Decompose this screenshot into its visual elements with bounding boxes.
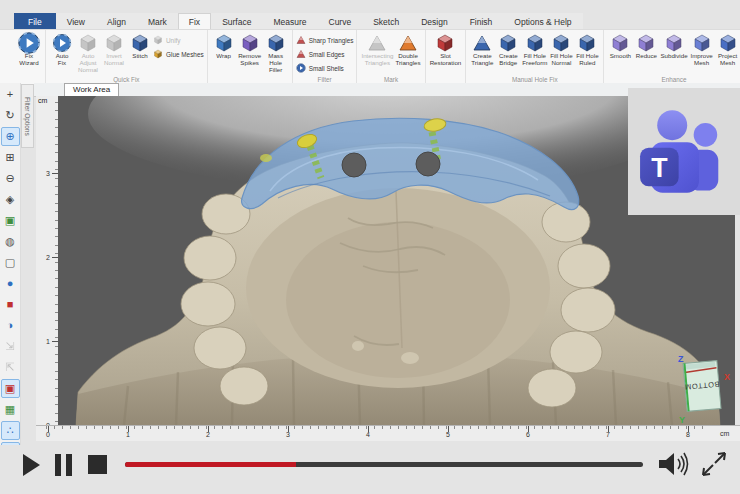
display-mode-tool[interactable]: ▣ bbox=[1, 211, 20, 230]
ribbon-button-remove-spikes[interactable]: RemoveSpikes bbox=[237, 32, 263, 67]
menu-tab-align[interactable]: Align bbox=[96, 13, 137, 29]
ribbon-button-mass-hole-filler[interactable]: Mass HoleFiller bbox=[263, 32, 289, 74]
progress-track[interactable] bbox=[125, 462, 643, 467]
menu-tab-sketch[interactable]: Sketch bbox=[362, 13, 410, 29]
mass-hole-filler-icon bbox=[266, 33, 286, 53]
section-view-tool[interactable]: ◑ bbox=[1, 316, 20, 335]
collapse-tool: ⇱ bbox=[1, 358, 20, 377]
small-shells-icon bbox=[296, 63, 306, 74]
glue-meshes-icon bbox=[153, 49, 163, 60]
wrap-icon bbox=[214, 33, 234, 53]
pan-tool[interactable]: + bbox=[1, 85, 20, 104]
auto-fix-icon bbox=[52, 33, 72, 53]
menu-tab-measure[interactable]: Measure bbox=[262, 13, 317, 29]
ribbon-button-fill-hole-freeform[interactable]: Fill HoleFreeform bbox=[521, 32, 548, 67]
fill-hole-freeform-icon bbox=[525, 33, 545, 53]
work-area-tab[interactable]: Work Area bbox=[64, 83, 119, 96]
center-view-tool[interactable]: ◈ bbox=[1, 190, 20, 209]
orbit-sphere-tool[interactable]: ◍ bbox=[1, 232, 20, 251]
view-cube-tool[interactable]: ▢ bbox=[1, 253, 20, 272]
guide-hole-left bbox=[342, 153, 366, 177]
horizontal-ruler-tickmark bbox=[368, 426, 369, 432]
horizontal-ruler-tickmark bbox=[128, 426, 129, 432]
menu-tab-fix[interactable]: Fix bbox=[178, 13, 211, 29]
guide-hole-right bbox=[416, 152, 440, 176]
ribbon-group-manual-hole-fix: CreateTriangleCreateBridgeFill HoleFreef… bbox=[466, 30, 604, 84]
stop-button[interactable] bbox=[87, 453, 109, 477]
zoom-tool[interactable]: ⊕ bbox=[1, 127, 20, 146]
point-edit-tool[interactable]: ▣ bbox=[1, 379, 20, 398]
view-toolbar: +↻⊕⊞⊖◈▣◍▢●■◑⇲⇱▣▦∴∟▸ bbox=[0, 83, 21, 455]
ribbon-button-subdivide[interactable]: Subdivide bbox=[659, 32, 688, 60]
menu-tab-file[interactable]: File bbox=[14, 13, 56, 29]
ribbon-button-slot-restoration[interactable]: SlotRestoration bbox=[429, 32, 463, 67]
shaded-view-tool[interactable]: ● bbox=[1, 274, 20, 293]
ribbon-button-smooth[interactable]: Smooth bbox=[607, 32, 633, 60]
ribbon-button-fix-wizard[interactable]: FixWizard bbox=[16, 32, 42, 67]
ribbon-button-reduce[interactable]: Reduce bbox=[633, 32, 659, 60]
ribbon-button-intersecting-triangles[interactable]: IntersectingTriangles bbox=[360, 32, 394, 67]
fill-hole-ruled-icon bbox=[577, 33, 597, 53]
mesh-paint-tool[interactable]: ▦ bbox=[1, 400, 20, 419]
ribbon-button-auto-adjust-normal[interactable]: Auto AdjustNormal bbox=[75, 32, 101, 74]
ribbon-button-invert-normal[interactable]: InvertNormal bbox=[101, 32, 127, 67]
intersecting-triangles-icon bbox=[367, 33, 387, 53]
menu-tab-options-help[interactable]: Options & Help bbox=[503, 13, 582, 29]
slot-restoration-icon bbox=[435, 33, 455, 53]
horizontal-ruler-tick: 4 bbox=[366, 431, 370, 438]
ribbon-button-glue-meshes[interactable]: Glue Meshes bbox=[153, 49, 204, 60]
vertical-ruler: cm 3210 bbox=[36, 96, 59, 425]
filter-options-tab[interactable]: Filter Options bbox=[21, 84, 34, 148]
ribbon-group-g2: WrapRemoveSpikesMass HoleFiller bbox=[208, 30, 293, 84]
horizontal-ruler-tickmark bbox=[528, 426, 529, 432]
horizontal-ruler-tick: 2 bbox=[206, 431, 210, 438]
ribbon-button-fill-hole-normal[interactable]: Fill HoleNormal bbox=[548, 32, 574, 67]
horizontal-ruler-tickmark bbox=[48, 426, 49, 432]
ribbon-button-small-edges[interactable]: Small Edges bbox=[296, 49, 354, 60]
reduce-icon bbox=[636, 33, 656, 53]
progress-fill bbox=[125, 462, 296, 467]
menu-tab-design[interactable]: Design bbox=[410, 13, 458, 29]
create-triangle-icon bbox=[472, 33, 492, 53]
menu-tab-surface[interactable]: Surface bbox=[211, 13, 262, 29]
ribbon-button-create-triangle[interactable]: CreateTriangle bbox=[469, 32, 495, 67]
horizontal-ruler-tickmark bbox=[688, 426, 689, 432]
horizontal-ruler-tick: 0 bbox=[46, 431, 50, 438]
ribbon-group-g5: SlotRestoration bbox=[426, 30, 467, 84]
fill-hole-normal-icon bbox=[551, 33, 571, 53]
horizontal-ruler-unit: cm bbox=[720, 430, 729, 437]
teams-logo-icon: T bbox=[639, 106, 729, 198]
node-edit-tool[interactable]: ∴ bbox=[1, 421, 20, 440]
horizontal-ruler: cm 012345678 bbox=[36, 425, 740, 441]
pause-button[interactable] bbox=[55, 453, 73, 477]
ribbon-button-sharp-triangles[interactable]: Sharp Triangles bbox=[296, 35, 354, 46]
stitch-icon bbox=[130, 33, 150, 53]
horizontal-ruler-tickmark bbox=[608, 426, 609, 432]
ribbon-button-unify[interactable]: Unify bbox=[153, 35, 204, 46]
menu-tab-finish[interactable]: Finish bbox=[459, 13, 504, 29]
volume-icon[interactable] bbox=[658, 451, 690, 477]
material-tool[interactable]: ■ bbox=[1, 295, 20, 314]
ribbon-button-stitch[interactable]: Stitch bbox=[127, 32, 153, 60]
ribbon-button-double-triangles[interactable]: DoubleTriangles bbox=[394, 32, 421, 67]
ribbon-button-project-mesh[interactable]: ProjectMesh bbox=[715, 32, 740, 67]
menu-tab-curve[interactable]: Curve bbox=[318, 13, 363, 29]
ribbon-button-wrap[interactable]: Wrap bbox=[211, 32, 237, 60]
menu-tab-view[interactable]: View bbox=[56, 13, 96, 29]
sharp-triangles-icon bbox=[296, 35, 306, 46]
ribbon-button-small-shells[interactable]: Small Shells bbox=[296, 63, 354, 74]
rotate-tool[interactable]: ↻ bbox=[1, 106, 20, 125]
ribbon-button-fill-hole-ruled[interactable]: Fill HoleRuled bbox=[574, 32, 600, 67]
smooth-icon bbox=[610, 33, 630, 53]
create-bridge-icon bbox=[498, 33, 518, 53]
horizontal-ruler-tickmark bbox=[448, 426, 449, 432]
ribbon-group-g0: FixWizard bbox=[13, 30, 46, 84]
zoom-window-tool[interactable]: ⊞ bbox=[1, 148, 20, 167]
zoom-out-tool[interactable]: ⊖ bbox=[1, 169, 20, 188]
fullscreen-button[interactable] bbox=[700, 450, 728, 478]
menu-tab-mark[interactable]: Mark bbox=[137, 13, 178, 29]
play-button[interactable] bbox=[21, 453, 41, 477]
ribbon-button-improve-mesh[interactable]: ImproveMesh bbox=[689, 32, 715, 67]
ribbon-button-create-bridge[interactable]: CreateBridge bbox=[495, 32, 521, 67]
ribbon-button-auto-fix[interactable]: AutoFix bbox=[49, 32, 75, 67]
